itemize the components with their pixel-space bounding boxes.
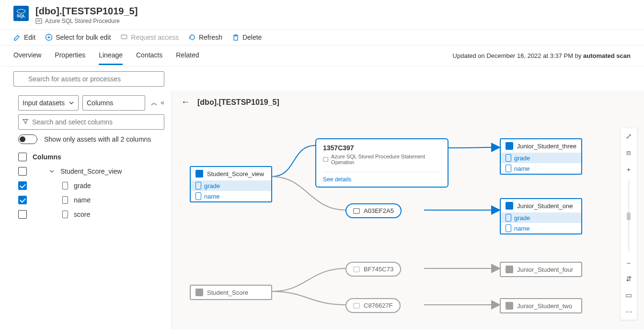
lineage-canvas[interactable]: ← [dbo].[TESTSP1019_5] Student_Score_vie…: [172, 90, 644, 330]
column-filter-input[interactable]: [18, 114, 164, 130]
updated-text: Updated on December 16, 2022 at 3:37 PM …: [453, 52, 631, 59]
tab-lineage[interactable]: Lineage: [99, 46, 123, 65]
refresh-button[interactable]: Refresh: [188, 33, 222, 41]
node-student-score-view[interactable]: Student_Score_view grade name: [190, 166, 272, 202]
node-op-bf745c73[interactable]: BF745C73: [345, 262, 401, 277]
tab-properties[interactable]: Properties: [55, 46, 85, 65]
node-title: Junior_Student_three: [517, 143, 576, 150]
edit-button[interactable]: Edit: [13, 33, 35, 41]
column-icon: [62, 182, 68, 189]
tab-overview[interactable]: Overview: [13, 46, 41, 65]
node-op-c876627f[interactable]: C876627F: [345, 298, 401, 313]
column-icon: [506, 154, 511, 162]
op-subtitle: Azure SQL Stored Procedure Statement Ope…: [331, 154, 441, 165]
dataset-name: Student_Score_view: [60, 167, 122, 175]
sql-mini-icon: [506, 142, 513, 150]
node-op-a03ef2a5[interactable]: A03EF2A5: [345, 203, 402, 218]
bulk-label: Select for bulk edit: [56, 33, 111, 41]
canvas-controls: ⤢ ⧈ + − ⇵ ▭ ⋯: [620, 128, 637, 320]
tab-contacts[interactable]: Contacts: [136, 46, 162, 65]
col-score-checkbox[interactable]: [18, 210, 27, 219]
columns-dropdown[interactable]: Columns: [82, 95, 145, 111]
col-grade: grade: [204, 182, 220, 189]
column-icon: [196, 192, 201, 200]
delete-label: Delete: [242, 33, 262, 41]
node-title: Junior_Student_two: [517, 302, 572, 310]
columns-group-checkbox[interactable]: [18, 153, 27, 161]
node-title: Student_Score_view: [207, 170, 264, 178]
tabs-row: Overview Properties Lineage Contacts Rel…: [0, 45, 644, 67]
refresh-icon: [188, 33, 196, 41]
node-junior-four[interactable]: Junior_Student_four: [500, 262, 582, 277]
request-access-button: Request access: [120, 33, 179, 41]
col-name: name: [74, 196, 91, 204]
columns-header: Columns: [33, 153, 61, 161]
more-button[interactable]: ⋯: [621, 303, 637, 320]
asset-search-input[interactable]: [13, 71, 164, 87]
sql-mini-icon: [506, 302, 513, 310]
col-grade: grade: [514, 155, 530, 162]
svg-rect-15: [354, 303, 359, 308]
column-icon: [506, 165, 511, 172]
op-label: C876627F: [364, 302, 393, 309]
node-title: Student_Score: [207, 289, 248, 296]
node-junior-two[interactable]: Junior_Student_two: [500, 298, 582, 313]
node-student-score[interactable]: Student_Score: [190, 285, 272, 300]
show-only-toggle[interactable]: [18, 134, 37, 144]
procedure-icon: [323, 156, 328, 162]
node-junior-three[interactable]: Junior_Student_three grade name: [500, 138, 582, 175]
node-title: Junior_Student_four: [517, 266, 573, 273]
sql-mini-icon: [506, 266, 513, 273]
col-grade: grade: [74, 182, 91, 189]
page-header: SQL [dbo].[TESTSP1019_5] Azure SQL Store…: [0, 0, 644, 30]
delete-button[interactable]: Delete: [232, 33, 262, 41]
chevron-down-icon[interactable]: [49, 168, 55, 174]
collapse-up-icon[interactable]: ︽: [151, 99, 158, 107]
toggle-label: Show only assets with all 2 columns: [44, 135, 151, 143]
node-junior-one[interactable]: Junior_Student_one grade name: [500, 198, 582, 234]
fit-button[interactable]: ⧈: [621, 145, 637, 161]
col-grade-checkbox[interactable]: [18, 181, 27, 190]
title-block: [dbo].[TESTSP1019_5] Azure SQL Stored Pr…: [35, 6, 138, 24]
col-name: name: [204, 193, 220, 200]
pencil-icon: [13, 33, 21, 41]
svg-rect-14: [354, 267, 359, 272]
svg-rect-0: [36, 19, 42, 24]
sql-mini-icon: [506, 202, 513, 210]
node-op-1357c397[interactable]: 1357C397 Azure SQL Stored Procedure Stat…: [315, 138, 448, 188]
asset-search-row: [0, 67, 644, 90]
zoom-in-button[interactable]: +: [621, 161, 637, 177]
procedure-icon: [353, 266, 360, 273]
see-details-link[interactable]: See details: [323, 172, 441, 183]
request-label: Request access: [131, 33, 179, 41]
sql-icon: SQL: [13, 6, 29, 21]
op-label: A03EF2A5: [364, 207, 394, 214]
zoom-out-button[interactable]: −: [621, 255, 637, 271]
zoom-slider[interactable]: [628, 180, 630, 252]
procedure-icon: [35, 18, 42, 24]
collapse-left-icon[interactable]: «: [161, 99, 164, 107]
updated-prefix: Updated on December 16, 2022 at 3:37 PM …: [453, 52, 583, 59]
dataset-direction-dropdown[interactable]: Input datasets: [18, 95, 79, 111]
minimap-button[interactable]: ▭: [621, 287, 637, 303]
tab-related[interactable]: Related: [176, 46, 199, 65]
column-icon: [196, 182, 201, 189]
col-name: name: [514, 225, 530, 232]
dd1-label: Input datasets: [23, 99, 65, 107]
chevron-down-icon: [69, 100, 74, 106]
column-icon: [62, 196, 68, 204]
svg-rect-6: [121, 35, 127, 39]
bulk-edit-button[interactable]: Select for bulk edit: [45, 33, 111, 41]
fullscreen-button[interactable]: ⤢: [621, 128, 637, 145]
back-button[interactable]: ←: [181, 97, 190, 107]
node-title: Junior_Student_one: [517, 202, 573, 210]
layout-button[interactable]: ⇵: [621, 271, 637, 287]
lineage-sidebar: Input datasets Columns ︽ « Show only ass…: [0, 90, 172, 330]
sql-mini-icon: [196, 289, 203, 296]
op-title: 1357C397: [323, 144, 441, 152]
asset-type: Azure SQL Stored Procedure: [45, 18, 120, 24]
dataset-checkbox[interactable]: [18, 167, 27, 176]
col-name-checkbox[interactable]: [18, 196, 27, 204]
op-label: BF745C73: [364, 266, 393, 273]
dd2-label: Columns: [87, 99, 113, 107]
